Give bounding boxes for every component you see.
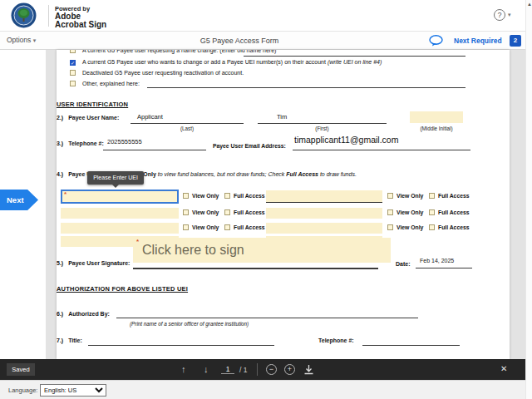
authorized-by-line bbox=[116, 318, 418, 318]
email-value[interactable]: timapplicant11@gmail.com bbox=[294, 135, 398, 145]
uei-field-2-right[interactable] bbox=[266, 208, 382, 219]
view-only-label: View Only bbox=[397, 193, 423, 199]
email-line bbox=[293, 150, 470, 150]
page-number-input[interactable]: 1 bbox=[221, 365, 234, 374]
date-value[interactable]: Feb 14, 2025 bbox=[420, 258, 454, 264]
full-access-checkbox[interactable] bbox=[429, 224, 435, 230]
middle-initial-field[interactable] bbox=[410, 111, 463, 123]
view-only-checkbox[interactable] bbox=[183, 224, 189, 230]
message-icon[interactable] bbox=[429, 35, 443, 47]
full-access-checkbox[interactable] bbox=[224, 224, 230, 230]
saved-status-badge: Saved bbox=[7, 363, 35, 376]
first-name-value[interactable]: Tim bbox=[277, 113, 287, 121]
language-select[interactable]: English: US bbox=[40, 384, 106, 397]
authorized-by-caption: (Print name of a senior officer of grant… bbox=[130, 321, 249, 327]
next-field-button[interactable]: Next bbox=[0, 190, 38, 210]
intro-option-row: Deactivated G5 Payee user requesting rea… bbox=[70, 70, 244, 76]
uei-field-3-left[interactable] bbox=[61, 223, 179, 234]
help-icon[interactable]: ? bbox=[494, 9, 505, 21]
q7-label: 7.) Title: bbox=[57, 337, 82, 343]
toolbar-divider bbox=[257, 363, 258, 376]
language-label: Language: bbox=[8, 387, 37, 394]
scrollbar-up-icon[interactable]: ▲ bbox=[527, 2, 532, 7]
checkbox-checked[interactable]: ✓ bbox=[70, 60, 76, 66]
date-line bbox=[416, 268, 472, 268]
date-label: Date: bbox=[396, 261, 411, 267]
intro-option-note: (write UEI on line #4) bbox=[326, 59, 382, 65]
middle-initial-caption: (Middle Initial) bbox=[406, 126, 467, 131]
intro-option-text: A current G5 Payee user who wants to cha… bbox=[82, 59, 326, 65]
full-access-label: Full Access bbox=[438, 224, 470, 230]
app-header: Powered by Adobe Acrobat Sign ? ▾ bbox=[0, 0, 525, 32]
viewer-bottom-bar: Saved ↑ ↓ 1 / 1 − + ✕ bbox=[0, 359, 525, 380]
email-label: Payee User Email Address: bbox=[213, 143, 286, 149]
intro-option-row: ✓ A current G5 Payee user who wants to c… bbox=[70, 59, 382, 66]
download-icon[interactable] bbox=[303, 364, 314, 375]
view-only-label: View Only bbox=[192, 224, 219, 230]
document-title: G5 Payee Access Form bbox=[0, 37, 479, 45]
full-access-label: Full Access bbox=[234, 193, 265, 199]
document-toolbar: Options ▾ G5 Payee Access Form Next Requ… bbox=[0, 32, 525, 50]
uei-field-1-right[interactable] bbox=[266, 190, 382, 203]
page-up-icon[interactable]: ↑ bbox=[181, 364, 186, 374]
last-name-value[interactable]: Applicant bbox=[137, 113, 163, 121]
view-only-checkbox[interactable] bbox=[387, 209, 393, 215]
signature-line bbox=[133, 268, 378, 269]
full-access-checkbox[interactable] bbox=[429, 209, 435, 215]
view-only-label: View Only bbox=[192, 209, 219, 215]
uei-field-3-right[interactable] bbox=[266, 223, 382, 234]
section-heading-authorization: AUTHORIZATION FOR ABOVE LISTED UEI bbox=[57, 285, 188, 293]
title-line bbox=[88, 345, 274, 346]
full-access-checkbox[interactable] bbox=[429, 193, 435, 199]
first-name-line bbox=[258, 123, 387, 124]
view-only-checkbox[interactable] bbox=[387, 224, 393, 230]
zoom-out-icon[interactable]: − bbox=[266, 364, 277, 375]
name-change-line bbox=[244, 56, 466, 57]
next-required-count-badge: 2 bbox=[510, 35, 521, 47]
q5-label: 5.) Payee User Signature: bbox=[57, 260, 130, 266]
full-access-checkbox[interactable] bbox=[224, 209, 230, 215]
field-tooltip: Please Enter UEI bbox=[87, 171, 144, 185]
acrobat-sign-window: Powered by Adobe Acrobat Sign ? ▾ Option… bbox=[0, 0, 532, 399]
page-down-icon[interactable]: ↓ bbox=[204, 364, 209, 374]
other-explained-line bbox=[147, 87, 466, 88]
signature-field[interactable]: * Click here to sign bbox=[133, 238, 391, 263]
checkbox-unchecked[interactable] bbox=[70, 70, 76, 76]
view-only-checkbox[interactable] bbox=[387, 193, 393, 199]
header-divider bbox=[48, 5, 49, 27]
next-required-link[interactable]: Next Required bbox=[454, 37, 502, 45]
section-heading-user-identification: USER IDENTIFICATION bbox=[57, 101, 128, 108]
q3-label: 3.) Telephone #: bbox=[57, 140, 104, 146]
uei-field-2-left[interactable] bbox=[61, 208, 179, 219]
zoom-in-icon[interactable]: + bbox=[284, 364, 295, 375]
page-total-label: / 1 bbox=[239, 366, 247, 374]
signature-cta: Click here to sign bbox=[142, 243, 244, 258]
close-icon[interactable]: ✕ bbox=[500, 364, 507, 373]
q2-label: 2.) Payee User Name: bbox=[57, 115, 119, 121]
checkbox-unchecked[interactable] bbox=[70, 50, 76, 53]
view-only-checkbox[interactable] bbox=[183, 193, 189, 199]
footer-bar: Language: English: US bbox=[0, 380, 525, 399]
intro-option-text: A current G5 Payee user requesting a nam… bbox=[82, 50, 276, 53]
required-asterisk: * bbox=[64, 190, 66, 198]
pdf-page: A current G5 Payee user requesting a nam… bbox=[57, 50, 510, 359]
checkbox-unchecked[interactable] bbox=[70, 81, 76, 86]
intro-option-text: Other, explained here: bbox=[82, 81, 140, 86]
help-chevron-down-icon[interactable]: ▾ bbox=[508, 12, 511, 18]
full-access-checkbox[interactable] bbox=[224, 193, 230, 199]
agency-seal-logo bbox=[11, 2, 37, 28]
telephone-line bbox=[103, 150, 206, 150]
q7-phone-line bbox=[362, 345, 460, 346]
intro-option-row: Other, explained here: bbox=[70, 81, 140, 86]
brand-acrobat-sign: Acrobat Sign bbox=[55, 21, 106, 29]
q6-label: 6.) Authorized By: bbox=[57, 311, 110, 317]
view-only-label: View Only bbox=[397, 209, 423, 215]
telephone-value[interactable]: 2025555555 bbox=[107, 138, 142, 145]
uei-field-1-left[interactable]: * bbox=[61, 190, 179, 204]
last-name-caption: (Last) bbox=[131, 126, 244, 131]
view-only-checkbox[interactable] bbox=[183, 209, 189, 215]
q7-phone-label: Telephone #: bbox=[318, 337, 354, 343]
full-access-label: Full Access bbox=[234, 209, 265, 215]
required-asterisk: * bbox=[136, 238, 139, 245]
window-scrollbar[interactable]: ▲ bbox=[525, 0, 532, 399]
